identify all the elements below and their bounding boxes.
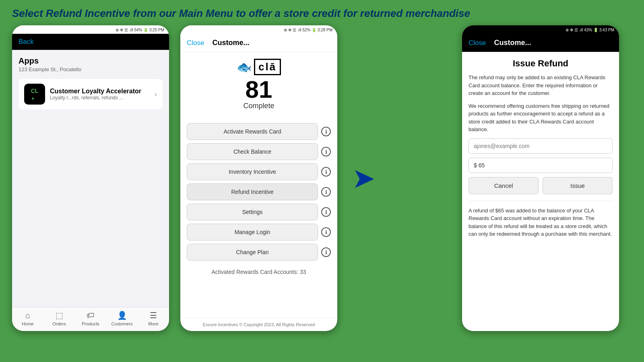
phone-3-header: Close Custome... bbox=[462, 34, 619, 52]
nav-home[interactable]: ⌂ Home bbox=[16, 311, 40, 326]
check-balance-btn[interactable]: Check Balance bbox=[187, 143, 318, 160]
inventory-incentive-btn[interactable]: Inventory Incentive bbox=[187, 163, 318, 180]
activate-rewards-btn[interactable]: Activate Rewards Card bbox=[187, 123, 318, 140]
email-input[interactable] bbox=[469, 138, 613, 154]
phone-3-screen: ⊕ ✻ ☰ .ıll 43% 🔋 3:43 PM Close Custome..… bbox=[462, 25, 619, 331]
phone-2-content: 🐟 clā 81 Complete Activate Rewards Card … bbox=[180, 52, 337, 318]
result-text: A refund of $65 was added to the balance… bbox=[469, 207, 613, 238]
phone-1: ⊕ ✻ ☰ .ıll 54% 🔋 3:25 PM Back Apps 123 E… bbox=[12, 25, 169, 331]
issue-button[interactable]: Issue bbox=[543, 177, 613, 194]
refund-desc-2: We recommend offering customers free shi… bbox=[469, 102, 613, 134]
change-plan-info[interactable]: ℹ bbox=[321, 247, 331, 257]
page-header: Select Refund Incentive from our Main Me… bbox=[0, 0, 644, 25]
phone-3-status-bar: ⊕ ✻ ☰ .ıll 43% 🔋 3:43 PM bbox=[462, 25, 619, 34]
settings-btn[interactable]: Settings bbox=[187, 204, 318, 220]
issue-refund-title: Issue Refund bbox=[469, 58, 613, 69]
phone-3-content: Issue Refund The refund may only be adde… bbox=[462, 52, 619, 331]
phone-1-status-icons: ⊕ ✻ ☰ .ıll 54% 🔋 3:25 PM bbox=[116, 28, 164, 32]
app-desc: Loyalty r...rds, referrals, refunds ... bbox=[50, 95, 150, 101]
phones-container: ⊕ ✻ ☰ .ıll 54% 🔋 3:25 PM Back Apps 123 E… bbox=[0, 25, 644, 331]
nav-more[interactable]: ☰ More bbox=[141, 311, 165, 326]
divider bbox=[469, 201, 613, 201]
inventory-incentive-info[interactable]: ℹ bbox=[321, 167, 331, 177]
back-button[interactable]: Back bbox=[19, 38, 34, 45]
phone-2-footer: Encore Incentives © Copyright 2023, All … bbox=[180, 318, 337, 331]
nav-products[interactable]: 🏷 Products bbox=[78, 311, 103, 326]
home-icon: ⌂ bbox=[25, 311, 30, 320]
phone-2-title: Custome... bbox=[212, 39, 249, 47]
cla-app-icon: CL▲ bbox=[24, 84, 45, 105]
refund-incentive-info[interactable]: ℹ bbox=[321, 187, 331, 197]
complete-number: 81 bbox=[246, 78, 272, 102]
phone-1-screen: ⊕ ✻ ☰ .ıll 54% 🔋 3:25 PM Back Apps 123 E… bbox=[12, 25, 169, 331]
cla-big-logo: 🐟 clā bbox=[237, 59, 281, 75]
app-info: Customer Loyalty Accelerator Loyalty r..… bbox=[50, 88, 150, 101]
orders-icon: ⬚ bbox=[56, 311, 63, 320]
nav-home-label: Home bbox=[22, 321, 33, 326]
products-icon: 🏷 bbox=[87, 311, 95, 320]
menu-row-5: Settings ℹ bbox=[187, 204, 331, 220]
menu-row-4: Refund Incentive ℹ bbox=[187, 183, 331, 200]
phone-3-status-icons: ⊕ ✻ ☰ .ıll 43% 🔋 3:43 PM bbox=[566, 28, 614, 32]
manage-login-info[interactable]: ℹ bbox=[321, 227, 331, 237]
arrow-container: ➤ bbox=[337, 25, 390, 331]
complete-count-wrap: 81 Complete bbox=[243, 78, 274, 110]
direction-arrow: ➤ bbox=[352, 162, 376, 195]
bottom-nav: ⌂ Home ⬚ Orders 🏷 Products 👤 Customers ☰ bbox=[12, 307, 169, 331]
phone-2-status-bar: ⊕ ✻ ☰ .ıll 52% 🔋 3:28 PM bbox=[180, 25, 337, 34]
nav-orders-label: Orders bbox=[52, 321, 66, 326]
phone-1-nav-header: Back bbox=[12, 34, 169, 50]
check-balance-info[interactable]: ℹ bbox=[321, 147, 331, 156]
app-item-cla[interactable]: CL▲ Customer Loyalty Accelerator Loyalty… bbox=[19, 79, 163, 109]
phone-2-screen: ⊕ ✻ ☰ .ıll 52% 🔋 3:28 PM Close Custome..… bbox=[180, 25, 337, 331]
phone-3-title: Custome... bbox=[494, 39, 531, 47]
menu-row-2: Check Balance ℹ bbox=[187, 143, 331, 160]
cancel-button[interactable]: Cancel bbox=[469, 177, 539, 194]
fish-icon: 🐟 bbox=[237, 60, 252, 74]
page-title: Select Refund Incentive from our Main Me… bbox=[12, 7, 632, 20]
chevron-right-icon: › bbox=[155, 90, 157, 99]
change-plan-btn[interactable]: Change Plan bbox=[187, 244, 318, 261]
phone-2: ⊕ ✻ ☰ .ıll 52% 🔋 3:28 PM Close Custome..… bbox=[180, 25, 337, 331]
settings-info[interactable]: ℹ bbox=[321, 207, 331, 217]
phone-3: ⊕ ✻ ☰ .ıll 43% 🔋 3:43 PM Close Custome..… bbox=[462, 25, 619, 331]
close-button[interactable]: Close bbox=[187, 39, 204, 47]
manage-login-btn[interactable]: Manage Login bbox=[187, 224, 318, 241]
menu-row-3: Inventory Incentive ℹ bbox=[187, 163, 331, 180]
phone-2-header: Close Custome... bbox=[180, 34, 337, 52]
refund-incentive-btn[interactable]: Refund Incentive bbox=[187, 183, 318, 200]
nav-customers-label: Customers bbox=[111, 321, 132, 326]
refund-desc-1: The refund may only be added to an exist… bbox=[469, 74, 613, 97]
cla-logo-area: 🐟 clā 81 Complete bbox=[237, 59, 281, 117]
customers-icon: 👤 bbox=[117, 311, 127, 320]
amount-input[interactable] bbox=[469, 158, 613, 173]
phone-1-status-bar: ⊕ ✻ ☰ .ıll 54% 🔋 3:25 PM bbox=[12, 25, 169, 34]
close-button-3[interactable]: Close bbox=[469, 39, 486, 47]
nav-orders[interactable]: ⬚ Orders bbox=[47, 311, 71, 326]
more-icon: ☰ bbox=[150, 311, 157, 320]
nav-products-label: Products bbox=[82, 321, 99, 326]
nav-customers[interactable]: 👤 Customers bbox=[110, 311, 134, 326]
apps-subtitle: 123 Example St., Pocatello bbox=[19, 66, 163, 72]
phone-2-status-icons: ⊕ ✻ ☰ .ıll 52% 🔋 3:28 PM bbox=[284, 28, 332, 32]
cla-text: clā bbox=[254, 59, 281, 75]
phone-1-content: Apps 123 Example St., Pocatello CL▲ Cust… bbox=[12, 50, 169, 307]
activated-accounts-text: Activated Rewards Card Accounts: 33 bbox=[211, 269, 306, 275]
complete-word: Complete bbox=[243, 102, 274, 110]
menu-row-1: Activate Rewards Card ℹ bbox=[187, 123, 331, 140]
activate-rewards-info[interactable]: ℹ bbox=[321, 127, 331, 136]
menu-row-6: Manage Login ℹ bbox=[187, 224, 331, 241]
action-buttons: Cancel Issue bbox=[469, 177, 613, 194]
apps-title: Apps bbox=[19, 56, 163, 66]
app-name: Customer Loyalty Accelerator bbox=[50, 88, 150, 95]
nav-more-label: More bbox=[148, 321, 158, 326]
menu-buttons: Activate Rewards Card ℹ Check Balance ℹ … bbox=[187, 123, 331, 261]
menu-row-7: Change Plan ℹ bbox=[187, 244, 331, 261]
